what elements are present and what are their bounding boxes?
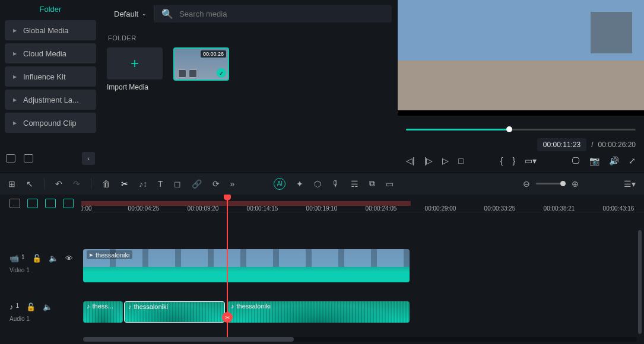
- more-button[interactable]: »: [230, 179, 235, 189]
- plus-icon: +: [107, 47, 163, 79]
- stop-button[interactable]: □: [458, 156, 463, 165]
- voiceover-button[interactable]: 🎙: [332, 179, 340, 189]
- eye-icon[interactable]: 👁: [65, 254, 73, 263]
- undo-button[interactable]: ↶: [55, 179, 62, 189]
- preview-viewport[interactable]: [398, 0, 644, 110]
- video-icon: [178, 69, 186, 78]
- marker-button[interactable]: ⬡: [314, 179, 321, 189]
- lock-icon[interactable]: 🔓: [26, 302, 36, 311]
- sidebar-item-compound-clip[interactable]: ▶Compound Clip: [5, 113, 96, 133]
- new-bin-icon[interactable]: [24, 154, 33, 163]
- sidebar-item-cloud-media[interactable]: ▶Cloud Media: [5, 43, 96, 63]
- audio-track-icon: ♪: [9, 302, 14, 311]
- cursor-icon[interactable]: ↖: [26, 179, 33, 189]
- media-panel: Default⌄ 🔍 FOLDER + Import Media 00:00:2…: [101, 0, 398, 172]
- time-ruler[interactable]: 00:00 00:00:04:25 00:00:09:20 00:00:14:1…: [81, 195, 644, 212]
- preview-panel: 00:00:11:23 / 00:00:26:20 ◁| |▷ ▷ □ { } …: [398, 0, 644, 172]
- music-icon: ♪: [231, 302, 234, 310]
- zoom-in-button[interactable]: ⊕: [572, 179, 579, 189]
- music-icon: ♪: [87, 302, 90, 310]
- mark-in-button[interactable]: {: [500, 156, 503, 165]
- fullscreen-button[interactable]: ⤢: [629, 156, 636, 165]
- lock-icon[interactable]: 🔓: [32, 254, 42, 263]
- chevron-down-icon: ⌄: [142, 11, 147, 17]
- current-time: 00:00:11:23: [537, 138, 586, 151]
- clip-duration: 00:00:26: [201, 50, 226, 58]
- audio-clip-2[interactable]: ♪thessaloniki: [124, 301, 225, 323]
- chevron-right-icon: ▶: [13, 120, 17, 126]
- music-beat-button[interactable]: ♪↕: [139, 179, 147, 189]
- collapse-sidebar-button[interactable]: ‹: [82, 152, 95, 165]
- toggle-1-icon[interactable]: [9, 199, 20, 208]
- delete-button[interactable]: 🗑: [102, 179, 110, 189]
- chevron-right-icon: ▶: [13, 97, 17, 103]
- timeline-toolbar: ⊞ ↖ ↶ ↷ 🗑 ✂ ♪↕ T ◻ 🔗 ⟳ » AI ✦ ⬡ 🎙 ☴ ⧉ ▭ …: [0, 172, 644, 195]
- toggle-3-icon[interactable]: [45, 199, 56, 208]
- media-clip-tile[interactable]: 00:00:26 ✓ thessaloniki: [173, 47, 229, 91]
- search-input[interactable]: [179, 9, 385, 18]
- view-mode-button[interactable]: ☰▾: [624, 179, 636, 189]
- toggle-4-icon[interactable]: [63, 199, 74, 208]
- mute-icon[interactable]: 🔈: [49, 254, 58, 263]
- search-icon: 🔍: [161, 8, 173, 20]
- vertical-scrollbar[interactable]: [638, 230, 642, 334]
- sort-dropdown[interactable]: Default⌄: [107, 5, 154, 23]
- ratio-dropdown[interactable]: ▭▾: [525, 156, 537, 165]
- split-button[interactable]: ✂: [121, 179, 128, 189]
- timeline: 📹1 🔓 🔈 👁 Video 1 ♪1 🔓 🔈 Audio 1 00:00 00…: [0, 195, 644, 343]
- audio-clip-1[interactable]: ♪thess...: [83, 301, 123, 323]
- music-icon: ♪: [128, 303, 132, 310]
- zoom-slider[interactable]: [536, 183, 566, 184]
- video-track-icon: 📹: [9, 254, 19, 263]
- crop-button[interactable]: ◻: [174, 179, 181, 189]
- sidebar-item-global-media[interactable]: ▶Global Media: [5, 20, 96, 40]
- prev-frame-button[interactable]: ◁|: [406, 156, 415, 165]
- total-time: 00:00:26:20: [598, 141, 636, 149]
- mute-icon[interactable]: 🔈: [43, 302, 52, 311]
- chevron-right-icon: ▶: [13, 51, 17, 56]
- preview-scrubber[interactable]: [406, 122, 636, 137]
- text-button[interactable]: T: [158, 179, 163, 189]
- audio-track-label: Audio 1: [9, 316, 30, 322]
- import-media-tile[interactable]: + Import Media: [107, 47, 163, 91]
- new-folder-icon[interactable]: [6, 154, 15, 163]
- display-button[interactable]: 🖵: [572, 156, 580, 165]
- section-label: FOLDER: [108, 34, 392, 42]
- ai-button[interactable]: AI: [274, 178, 285, 190]
- sidebar-item-adjustment-layer[interactable]: ▶Adjustment La...: [5, 90, 96, 110]
- toggle-2-icon[interactable]: [27, 199, 38, 208]
- folder-tab[interactable]: Folder: [5, 0, 96, 17]
- audio-mixer-button[interactable]: ☴: [351, 179, 359, 189]
- timeline-tracks[interactable]: 00:00 00:00:04:25 00:00:09:20 00:00:14:1…: [81, 195, 644, 343]
- effects-button[interactable]: ✦: [296, 179, 303, 189]
- speed-button[interactable]: ⟳: [212, 179, 220, 189]
- sidebar: Folder ▶Global Media ▶Cloud Media ▶Influ…: [0, 0, 101, 172]
- play-button[interactable]: ▷: [442, 156, 449, 165]
- keyframe-button[interactable]: ⧉: [369, 179, 375, 189]
- check-icon: ✓: [217, 68, 226, 78]
- render-button[interactable]: ▭: [386, 179, 394, 189]
- audio-clip-3[interactable]: ♪thessaloniki: [227, 301, 410, 323]
- next-frame-button[interactable]: |▷: [424, 156, 433, 165]
- grid-icon[interactable]: ⊞: [8, 179, 15, 189]
- link-button[interactable]: 🔗: [192, 179, 202, 189]
- chevron-right-icon: ▶: [13, 74, 17, 79]
- volume-button[interactable]: 🔊: [609, 156, 619, 165]
- horizontal-scrollbar[interactable]: [83, 337, 637, 342]
- play-icon: ▸: [90, 251, 93, 259]
- redo-button[interactable]: ↷: [73, 179, 80, 189]
- camera-icon: [189, 69, 197, 78]
- sidebar-item-influence-kit[interactable]: ▶Influence Kit: [5, 66, 96, 87]
- zoom-out-button[interactable]: ⊖: [523, 179, 530, 189]
- snapshot-button[interactable]: 📷: [589, 156, 599, 165]
- chevron-right-icon: ▶: [13, 28, 17, 33]
- search-box[interactable]: 🔍: [154, 5, 392, 23]
- cut-handle[interactable]: ✂: [222, 312, 233, 323]
- video-track-label: Video 1: [9, 267, 30, 273]
- mark-out-button[interactable]: }: [512, 156, 515, 165]
- video-clip[interactable]: ▸thessaloniki: [83, 249, 410, 282]
